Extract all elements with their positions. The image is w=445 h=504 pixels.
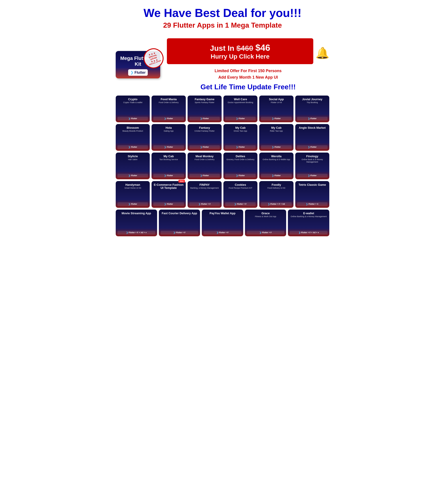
app-card[interactable]: Angle Stock Market❯Flutter (295, 124, 329, 151)
app-footer: ❯Flutter + F (247, 231, 285, 234)
app-name: Foodly (261, 183, 291, 186)
app-name: Tetris Classic Game (297, 183, 327, 186)
app-footer-label: Flutter (131, 146, 137, 148)
app-footer-label: Flutter (203, 117, 209, 120)
flutter-icon: ❯ (173, 231, 175, 234)
offer-line2: Add Every Month 1 New App UI (167, 74, 329, 81)
app-name: My Cab (225, 126, 256, 129)
apps-row-2: BlossomBeauty Brands Product❯FlutterHola… (116, 124, 329, 151)
app-desc: Online Bank & E-Money Management (297, 158, 327, 172)
flutter-icon: ❯ (198, 203, 200, 205)
app-card[interactable]: NewE-Commerce Fashion UI Template❯Flutte… (152, 181, 186, 208)
app-desc: Sports Fantasy Flutter (189, 101, 220, 115)
app-card[interactable]: DelitesGrocery, Food Order & Delivery❯Fl… (223, 153, 257, 179)
app-card[interactable]: HolaDating App❯Flutter (152, 124, 186, 151)
app-footer: ❯Flutter + F + Xd + ♦ (290, 231, 327, 234)
app-footer-label: Flutter (167, 174, 173, 177)
bell-icon: 🔔 (315, 47, 329, 59)
kit-box[interactable]: Mega Flutter UI Kit ❯ Flutter ★ ★ ★ SPEC… (116, 51, 160, 79)
app-footer-label: Flutter + F + Xd + ♦ (129, 231, 146, 234)
app-desc: Online Banking & E-Wallet App (261, 158, 291, 172)
app-name: My Cab (261, 126, 291, 129)
app-card[interactable]: FinologyOnline Bank & E-Money Management… (295, 153, 329, 179)
app-name: Fast Courier Delivery App (161, 212, 198, 215)
app-name: Delites (225, 155, 256, 158)
app-footer: ❯Flutter + F (161, 231, 198, 234)
app-desc: Smart Home UI Kit (118, 187, 148, 200)
app-card[interactable]: Fantasy GameSports Fantasy Flutter❯Flutt… (188, 95, 222, 122)
flutter-icon: ❯ (217, 231, 218, 234)
app-name: Fantasy (189, 126, 220, 129)
app-card[interactable]: CookiesFood Recipe Premium KIT❯Flutter +… (223, 181, 257, 208)
app-card[interactable]: Social AppFlutter UI Kit❯Flutter (259, 95, 293, 122)
header-section: We Have Best Deal for you!!! 29 Flutter … (116, 4, 329, 38)
app-card[interactable]: My CabTaxi Booking Service❯Flutter (152, 153, 186, 179)
app-card[interactable]: Well CareDoctor Appointment Booking❯Flut… (223, 95, 257, 122)
app-footer: ❯Flutter (118, 174, 148, 178)
flutter-logo-icon: ❯ (130, 70, 133, 75)
flutter-icon: ❯ (164, 174, 166, 177)
flutter-icon: ❯ (200, 117, 202, 120)
app-card[interactable]: HandymanSmart Home UI Kit❯Flutter (116, 181, 150, 208)
app-name: Social App (261, 98, 291, 101)
app-footer-label: Flutter (239, 174, 245, 177)
flutter-icon: ❯ (268, 203, 270, 205)
kit-flutter-badge: ❯ Flutter (128, 69, 148, 76)
app-card[interactable]: Jovial JourneyTrip Booking❯Flutter (295, 95, 329, 122)
apps-row-1: CryptoCrypto Trade & wallet❯FlutterFood … (116, 95, 329, 122)
app-card[interactable]: Food ManiaFood Order & Delivery❯Flutter (152, 95, 186, 122)
app-card[interactable]: Fast Courier Delivery App❯Flutter + F (159, 210, 200, 236)
just-in-label: Just In (210, 44, 235, 52)
app-name: E-Commerce Fashion UI Template (153, 183, 184, 190)
app-card[interactable]: GraceFitness & Work Out App❯Flutter + F (245, 210, 286, 236)
app-card[interactable]: E-walletOnline Banking & e-Money Managem… (288, 210, 329, 236)
app-card[interactable]: My CabRider Taxi App❯Flutter (259, 124, 293, 151)
apps-row-5: Movie Streaming App❯Flutter + F + Xd + ♦… (116, 210, 329, 236)
app-card[interactable]: Tetris Classic Game❯Flutter + C (295, 181, 329, 208)
app-card[interactable]: Movie Streaming App❯Flutter + F + Xd + ♦ (116, 210, 157, 236)
app-footer-label: Flutter + F + Xd (270, 203, 285, 205)
app-name: PayYou Wallet App (204, 212, 241, 215)
app-footer: ❯Flutter (153, 117, 184, 121)
app-footer-label: Flutter (274, 117, 281, 120)
new-badge: New (178, 180, 185, 183)
app-footer: ❯Flutter (297, 117, 327, 121)
app-card[interactable]: BlossomBeauty Brands Product❯Flutter (116, 124, 150, 151)
new-price: $46 (256, 43, 270, 53)
app-card[interactable]: FoodlyFood Delivery UI Kit❯Flutter + F +… (259, 181, 293, 208)
app-card[interactable]: WerollaOnline Banking & E-Wallet App❯Flu… (259, 153, 293, 179)
flutter-icon: ❯ (128, 203, 130, 205)
app-footer: ❯Flutter (261, 145, 291, 149)
app-footer: ❯Flutter (225, 117, 256, 121)
flutter-icon: ❯ (236, 117, 238, 120)
app-desc: Hair Salon (118, 158, 148, 172)
app-name: FINPAY (189, 183, 220, 186)
app-footer-label: Flutter + F (201, 203, 211, 205)
app-card[interactable]: My CabDriver Taxi App❯Flutter (223, 124, 257, 151)
app-footer: ❯Flutter + F (225, 202, 256, 206)
app-footer-label: Flutter + F (237, 203, 247, 205)
app-card[interactable]: Meal MonkeyFood Order & Delivery❯Flutter (188, 153, 222, 179)
app-card[interactable]: StylicleHair Salon❯Flutter (116, 153, 150, 179)
click-here-label: Hurry Up Click Here (173, 53, 307, 60)
app-card[interactable]: PayYou Wallet App❯Flutter + F (202, 210, 243, 236)
app-card[interactable]: FINPAYBanking, e-Money Management❯Flutte… (188, 181, 222, 208)
app-footer: ❯Flutter (153, 145, 184, 149)
app-desc: Food Delivery UI Kit (261, 187, 291, 200)
app-name: Food Mania (153, 98, 184, 101)
app-card[interactable]: FantasyCricket Fantasy Flutter❯Flutter (188, 124, 222, 151)
price-cta-box[interactable]: Just In $460 $46 Hurry Up Click Here (167, 38, 313, 64)
app-footer: ❯Flutter (153, 202, 184, 206)
app-name: Hola (153, 126, 184, 129)
app-footer: ❯Flutter + F (189, 202, 220, 206)
flutter-icon: ❯ (272, 174, 274, 177)
app-footer-label: Flutter (310, 117, 317, 120)
app-footer: ❯Flutter (118, 145, 148, 149)
app-footer-label: Flutter (167, 203, 173, 205)
app-footer-label: Flutter (274, 174, 281, 177)
app-name: Movie Streaming App (118, 212, 155, 215)
app-footer-label: Flutter (310, 146, 317, 148)
app-footer: ❯Flutter (225, 174, 256, 178)
app-card[interactable]: CryptoCrypto Trade & wallet❯Flutter (116, 95, 150, 122)
special-offer-stamp: ★ ★ ★ SPECIAL OFFER ★ ★ ★ SPECIAL OFFER (143, 48, 164, 68)
